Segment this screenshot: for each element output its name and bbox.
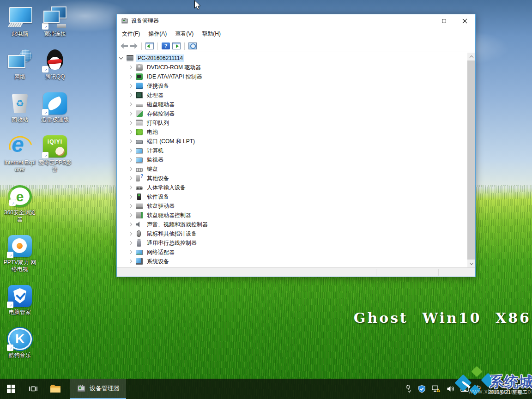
menu-file[interactable]: 文件(F) (118, 28, 144, 40)
tree-item[interactable]: 监视器 (117, 155, 467, 164)
tree-item[interactable]: 端口 (COM 和 LPT) (117, 137, 467, 146)
chevron-right-icon[interactable] (128, 186, 132, 189)
tree-item[interactable]: 便携设备 (117, 81, 467, 91)
chevron-right-icon[interactable] (128, 167, 132, 171)
close-button[interactable] (454, 14, 475, 27)
maximize-button[interactable] (434, 14, 454, 27)
pc-manager-shield-icon[interactable] (418, 385, 426, 393)
chevron-down-icon[interactable] (119, 55, 123, 59)
desktop-icon-pptv[interactable]: PPTV聚力 网络电视 (3, 235, 37, 273)
forward-button[interactable] (130, 43, 138, 49)
statusbar-separator (376, 269, 376, 276)
tree-item[interactable]: 声音、视频和游戏控制器 (117, 220, 467, 229)
chevron-right-icon[interactable] (128, 204, 132, 208)
desktop-icon-360[interactable]: 360安全浏览器 (3, 185, 37, 223)
tree-item[interactable]: 键盘 (117, 164, 467, 174)
chevron-right-icon[interactable] (128, 195, 132, 199)
desktop-icon-pcmgr[interactable]: 电脑管家 (3, 285, 37, 316)
chevron-right-icon[interactable] (128, 84, 132, 88)
device-tree: PC-201606211114 DVD/CD-ROM 驱动器 IDE ATA/A… (117, 53, 475, 267)
tree-item[interactable]: DVD/CD-ROM 驱动器 (117, 63, 467, 72)
chevron-right-icon[interactable] (128, 232, 132, 236)
kugou-icon (8, 328, 32, 350)
portable-device-icon (136, 83, 143, 89)
start-button[interactable] (0, 379, 22, 399)
desktop-icon-iqiyi[interactable]: 爱奇艺PPS影音 (38, 135, 72, 173)
chevron-right-icon[interactable] (128, 260, 132, 263)
chevron-right-icon[interactable] (128, 93, 132, 97)
usb-safely-remove-icon[interactable] (405, 385, 412, 393)
chevron-right-icon[interactable] (128, 149, 132, 152)
tree-item[interactable]: 处理器 (117, 91, 467, 100)
desktop-icon-this-pc[interactable]: 此电脑 (3, 6, 37, 37)
chevron-right-icon[interactable] (128, 103, 132, 106)
menu-view[interactable]: 查看(V) (171, 28, 198, 40)
tree-item[interactable]: 系统设备 (117, 257, 467, 266)
maximize-icon (442, 19, 446, 23)
tree-item[interactable]: 通用串行总线控制器 (117, 238, 467, 248)
desktop-icon-broadband[interactable]: 宽带连接 (38, 6, 72, 37)
task-view-button[interactable] (22, 379, 44, 399)
network-status-warning-icon[interactable] (432, 385, 441, 393)
chevron-right-icon[interactable] (128, 158, 132, 162)
tree-item[interactable]: 其他设备 (117, 174, 467, 183)
window-titlebar[interactable]: 设备管理器 (117, 14, 475, 27)
volume-icon[interactable] (447, 385, 454, 393)
chevron-right-icon[interactable] (128, 130, 132, 134)
ime-language-indicator[interactable]: 中 (475, 385, 481, 393)
file-explorer-button[interactable] (44, 379, 66, 399)
back-button[interactable] (121, 43, 128, 49)
tree-item[interactable]: 人体学输入设备 (117, 183, 467, 192)
desktop-icon-qq[interactable]: 腾讯QQ (38, 49, 72, 80)
taskbar-active-task[interactable]: 设备管理器 (70, 379, 126, 399)
chevron-right-icon[interactable] (128, 121, 132, 125)
help-button[interactable] (162, 42, 170, 49)
scan-hardware-changes-button[interactable] (188, 42, 197, 49)
chevron-right-icon[interactable] (128, 223, 132, 226)
chevron-right-icon[interactable] (128, 139, 132, 143)
chevron-right-icon[interactable] (128, 66, 132, 69)
tree-item[interactable]: 磁盘驱动器 (117, 100, 467, 109)
chevron-right-icon[interactable] (128, 213, 132, 217)
chevron-right-icon[interactable] (128, 250, 132, 254)
scroll-up-arrow[interactable] (467, 53, 475, 60)
touch-keyboard-icon[interactable] (460, 386, 469, 393)
chevron-right-icon[interactable] (128, 241, 132, 245)
scroll-down-arrow[interactable] (467, 260, 475, 267)
status-bar (117, 267, 475, 277)
tree-item[interactable]: 存储控制器 (117, 109, 467, 118)
monitor-icon (136, 157, 143, 163)
tree-item[interactable]: 软盘驱动器 (117, 201, 467, 211)
tree-item-label: 其他设备 (145, 174, 170, 183)
tree-item[interactable]: 鼠标和其他指针设备 (117, 229, 467, 238)
shortcut-arrow-icon (9, 200, 16, 206)
tree-item[interactable]: IDE ATA/ATAPI 控制器 (117, 72, 467, 81)
logo-diamond-green (471, 366, 482, 377)
chevron-right-icon[interactable] (128, 176, 132, 180)
menu-action[interactable]: 操作(A) (144, 28, 171, 40)
tree-item-label: 计算机 (145, 146, 165, 155)
scrollbar-thumb[interactable] (467, 60, 475, 260)
tree-item[interactable]: 软件设备 (117, 192, 467, 201)
desktop-icon-label: 宽带连接 (44, 30, 66, 37)
tree-item[interactable]: 软盘驱动器控制器 (117, 211, 467, 220)
menu-help[interactable]: 帮助(H) (198, 28, 225, 40)
desktop-icon-ie[interactable]: Internet Explorer (3, 135, 37, 173)
tree-item[interactable]: 网络适配器 (117, 248, 467, 257)
desktop-icon-network[interactable]: 网络 (3, 49, 37, 80)
desktop-icon-recycle-bin[interactable]: 回收站 (3, 92, 37, 123)
properties-button[interactable] (172, 42, 181, 49)
tree-item[interactable]: 计算机 (117, 146, 467, 155)
tree-item[interactable]: 电池 (117, 127, 467, 137)
chevron-right-icon[interactable] (128, 75, 132, 79)
vertical-scrollbar[interactable] (467, 53, 475, 267)
desktop-icon-kugou[interactable]: 酷狗音乐 (3, 328, 37, 359)
chevron-right-icon[interactable] (128, 112, 132, 115)
taskbar-clock[interactable]: 11:50 2016/6/21 星期二 (488, 382, 527, 395)
minimize-button[interactable] (413, 14, 434, 27)
show-console-tree-button[interactable] (145, 42, 154, 49)
tree-root-item[interactable]: PC-201606211114 (117, 54, 467, 63)
tree-item[interactable]: 打印队列 (117, 118, 467, 127)
desktop-icon-thunder[interactable]: 迅雷极速版 (38, 92, 72, 123)
hid-device-icon (136, 186, 143, 190)
